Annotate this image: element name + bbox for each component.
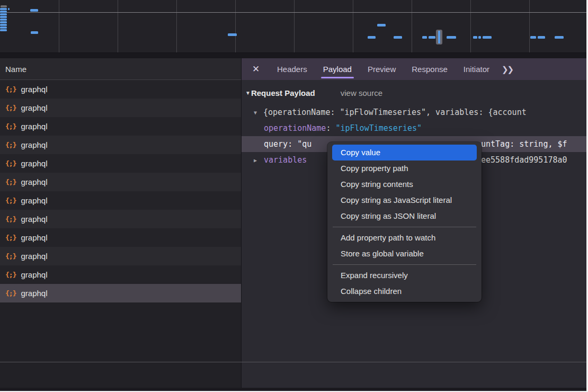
network-request-row-selected[interactable]: {;}graphql bbox=[0, 284, 241, 302]
tab-headers[interactable]: Headers bbox=[269, 58, 315, 80]
menu-item-copy-string-js-literal[interactable]: Copy string as JavaScript literal bbox=[332, 192, 477, 208]
payload-section-title[interactable]: Request Payload bbox=[251, 88, 315, 97]
overview-selection-marker[interactable] bbox=[436, 30, 442, 44]
network-activity-bar bbox=[368, 36, 376, 39]
menu-item-copy-string-contents[interactable]: Copy string contents bbox=[332, 176, 477, 192]
property-key: variables bbox=[264, 155, 307, 165]
more-tabs-button[interactable]: ❯❯ bbox=[502, 65, 513, 74]
menu-item-store-as-global-variable[interactable]: Store as global variable bbox=[332, 246, 477, 262]
network-request-row[interactable]: {;}graphql bbox=[0, 136, 241, 154]
request-name: graphql bbox=[21, 159, 47, 168]
json-braces-icon: {;} bbox=[5, 234, 16, 242]
overview-gridline bbox=[412, 0, 412, 52]
network-request-row[interactable]: {;}graphql bbox=[0, 99, 241, 117]
menu-item-copy-property-path[interactable]: Copy property path bbox=[332, 161, 477, 176]
menu-item-add-property-path-to-watch[interactable]: Add property path to watch bbox=[332, 230, 477, 246]
json-braces-icon: {;} bbox=[5, 141, 16, 149]
tab-payload[interactable]: Payload bbox=[315, 58, 360, 80]
request-name: graphql bbox=[21, 103, 47, 112]
request-name: graphql bbox=[21, 252, 47, 261]
request-name: graphql bbox=[21, 140, 47, 149]
network-request-row[interactable]: {;}graphql bbox=[0, 80, 241, 99]
network-activity-bar bbox=[0, 19, 7, 21]
request-name: graphql bbox=[21, 289, 47, 298]
menu-item-collapse-children[interactable]: Collapse children bbox=[332, 283, 477, 299]
variables-row-right-fragment: ee5588fdad995178a0 bbox=[481, 155, 567, 165]
name-column-header[interactable]: Name bbox=[0, 58, 241, 80]
network-activity-bar bbox=[0, 26, 7, 29]
overview-gridline bbox=[118, 0, 118, 52]
network-overview-timeline[interactable] bbox=[0, 0, 588, 53]
key-colon: : bbox=[326, 123, 335, 133]
network-activity-bar bbox=[31, 31, 38, 34]
json-braces-icon: {;} bbox=[5, 271, 16, 279]
overview-selection-marker-bar bbox=[438, 31, 440, 43]
menu-item-copy-string-json-literal[interactable]: Copy string as JSON literal bbox=[332, 208, 477, 224]
request-name: graphql bbox=[21, 233, 47, 242]
network-request-row[interactable]: {;}graphql bbox=[0, 117, 241, 136]
network-request-row[interactable]: {;}graphql bbox=[0, 247, 241, 265]
payload-section-header: ▼ Request Payload view source bbox=[242, 88, 588, 97]
network-activity-bar bbox=[473, 36, 477, 39]
network-activity-bar bbox=[0, 11, 7, 13]
network-activity-bar bbox=[0, 29, 7, 31]
json-braces-icon: {;} bbox=[5, 215, 16, 223]
network-request-row[interactable]: {;}graphql bbox=[0, 228, 241, 247]
tab-response[interactable]: Response bbox=[404, 58, 456, 80]
overview-baseline bbox=[0, 12, 588, 13]
network-request-row[interactable]: {;}graphql bbox=[0, 210, 241, 228]
network-request-row[interactable]: {;}graphql bbox=[0, 265, 241, 284]
network-activity-bar bbox=[555, 36, 564, 39]
payload-operationname-row[interactable]: operationName: "ipFlowTimeseries" bbox=[242, 120, 588, 136]
json-braces-icon: {;} bbox=[5, 289, 16, 297]
network-activity-bar bbox=[8, 8, 10, 10]
menu-item-expand-recursively[interactable]: Expand recursively bbox=[332, 268, 477, 283]
network-activity-bar bbox=[1, 5, 7, 7]
json-braces-icon: {;} bbox=[5, 197, 16, 204]
json-braces-icon: {;} bbox=[5, 104, 16, 112]
menu-separator bbox=[333, 264, 476, 265]
view-source-link[interactable]: view source bbox=[341, 88, 382, 97]
network-activity-bar bbox=[483, 36, 492, 39]
network-request-row[interactable]: {;}graphql bbox=[0, 154, 241, 173]
overview-gridline bbox=[294, 0, 295, 52]
tab-preview[interactable]: Preview bbox=[360, 58, 404, 80]
disclosure-triangle-icon[interactable]: ▶ bbox=[254, 157, 257, 163]
network-activity-bar bbox=[0, 16, 7, 18]
details-tabbar: ✕ Headers Payload Preview Response Initi… bbox=[242, 58, 588, 80]
overview-gridline bbox=[59, 0, 59, 52]
request-rows: {;}graphql {;}graphql {;}graphql {;}grap… bbox=[0, 80, 241, 302]
network-activity-bar bbox=[30, 9, 38, 12]
close-details-button[interactable]: ✕ bbox=[248, 64, 264, 75]
network-activity-bar bbox=[0, 21, 7, 23]
payload-root-row[interactable]: ▼ {operationName: "ipFlowTimeseries", va… bbox=[242, 104, 588, 120]
query-row-right-fragment: untTag: string, $f bbox=[481, 139, 567, 149]
property-value-string: "ipFlowTimeseries" bbox=[335, 123, 422, 133]
json-braces-icon: {;} bbox=[5, 122, 16, 130]
disclosure-triangle-icon[interactable]: ▼ bbox=[245, 90, 251, 96]
overview-separator bbox=[0, 53, 588, 58]
menu-item-copy-value[interactable]: Copy value bbox=[332, 145, 477, 161]
network-activity-bar bbox=[228, 33, 237, 36]
network-activity-bar bbox=[478, 36, 481, 39]
overview-gridline bbox=[529, 0, 530, 52]
network-activity-bar bbox=[0, 13, 7, 15]
network-activity-bar bbox=[422, 36, 427, 39]
request-name: graphql bbox=[21, 196, 47, 205]
tab-initiator[interactable]: Initiator bbox=[456, 58, 497, 80]
network-request-row[interactable]: {;}graphql bbox=[0, 173, 241, 191]
network-activity-bar bbox=[530, 36, 536, 39]
json-braces-icon: {;} bbox=[5, 159, 16, 167]
property-key: operationName bbox=[264, 123, 326, 133]
request-name: graphql bbox=[21, 177, 47, 186]
overview-gridline bbox=[235, 0, 236, 52]
json-braces-icon: {;} bbox=[5, 178, 16, 186]
disclosure-triangle-icon[interactable]: ▼ bbox=[254, 110, 257, 115]
overview-gridline bbox=[470, 0, 471, 52]
network-activity-bar bbox=[429, 36, 435, 39]
network-activity-bar bbox=[0, 24, 7, 26]
network-activity-bar bbox=[0, 8, 7, 10]
request-name: graphql bbox=[21, 85, 47, 94]
query-row-left-fragment: query: "qu bbox=[264, 139, 311, 149]
network-request-row[interactable]: {;}graphql bbox=[0, 191, 241, 210]
